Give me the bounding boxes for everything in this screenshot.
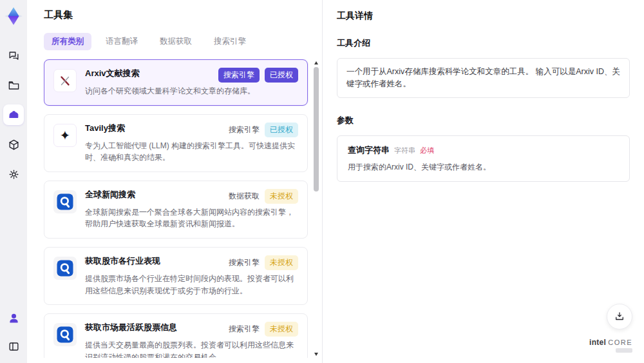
- param-type: 字符串: [394, 146, 415, 155]
- folder-icon: [8, 79, 20, 92]
- page-title: 工具集: [44, 9, 322, 21]
- tool-tags: 数据获取未授权: [229, 189, 298, 204]
- auth-badge: 未授权: [265, 189, 298, 204]
- sidebar-item-toolbox[interactable]: [3, 104, 24, 125]
- tool-tags: 搜索引擎已授权: [218, 68, 298, 83]
- tool-icon: [53, 190, 77, 213]
- news-q-logo-icon: [55, 325, 75, 344]
- param-card: 查询字符串 字符串 必填 用于搜索的Arxiv ID、关键字或作者姓名。: [337, 135, 630, 182]
- param-required-badge: 必填: [420, 146, 434, 155]
- news-q-logo-icon: [55, 192, 75, 211]
- download-button[interactable]: [607, 304, 632, 329]
- tool-name: 全球新闻搜索: [85, 189, 223, 201]
- tavily-star-icon: ✦: [60, 129, 71, 142]
- tool-detail-panel: 工具详情 工具介绍 一个用于从Arxiv存储库搜索科学论文和文章的工具。 输入可…: [322, 0, 644, 363]
- app-window: 工具集 所有类别语言翻译数据获取搜索引擎 Arxiv文献搜索 搜索引擎已授权 访…: [0, 0, 644, 363]
- tool-card-0[interactable]: Arxiv文献搜索 搜索引擎已授权 访问各个研究领域大量科学论文和文章的存储库。: [44, 59, 308, 106]
- tool-desc: 全球新闻搜索是一个聚合全球各大新闻网站内容的搜索引擎，帮助用户快速获取全球最新资…: [85, 206, 298, 230]
- tab-1[interactable]: 语言翻译: [98, 33, 146, 50]
- tool-tags: 搜索引擎未授权: [229, 322, 298, 337]
- tool-list-panel: 工具集 所有类别语言翻译数据获取搜索引擎 Arxiv文献搜索 搜索引擎已授权 访…: [27, 0, 322, 363]
- arxiv-logo-icon: [58, 74, 72, 88]
- tab-2[interactable]: 数据获取: [152, 33, 200, 50]
- auth-badge: 未授权: [265, 322, 298, 337]
- tool-desc: 提供股票市场各个行业在特定时间段内的表现。投资者可以利用这些信息来识别表现优于或…: [85, 273, 298, 297]
- sidebar-item-folder[interactable]: [3, 75, 24, 95]
- scrollbar[interactable]: [314, 59, 319, 358]
- user-icon: [8, 312, 20, 324]
- scrollbar-thumb[interactable]: [314, 67, 319, 191]
- sidebar-item-settings[interactable]: [3, 164, 24, 184]
- intro-heading: 工具介绍: [337, 37, 630, 49]
- tool-tags: 搜索引擎已授权: [229, 123, 298, 137]
- tab-0[interactable]: 所有类别: [44, 33, 91, 50]
- tool-name: Arxiv文献搜索: [85, 68, 213, 79]
- gear-icon: [8, 168, 20, 181]
- tool-card-1[interactable]: ✦ Tavily搜索 搜索引擎已授权 专为人工智能代理 (LLM) 构建的搜索引…: [44, 114, 308, 172]
- scroll-down-icon[interactable]: [314, 353, 318, 356]
- auth-badge: 未授权: [265, 255, 298, 270]
- category-badge: 搜索引擎: [229, 324, 260, 335]
- left-rail: [0, 0, 27, 363]
- tool-icon: [53, 69, 77, 92]
- tool-name: 获取市场最活跃股票信息: [85, 322, 223, 333]
- category-badge: 数据获取: [229, 191, 260, 202]
- tool-name: 获取股市各行业表现: [85, 255, 223, 267]
- sidebar-item-cube[interactable]: [3, 134, 24, 155]
- sidebar-item-panel-toggle[interactable]: [3, 336, 24, 357]
- intro-text: 一个用于从Arxiv存储库搜索科学论文和文章的工具。 输入可以是Arxiv ID…: [337, 58, 630, 98]
- tool-card-4[interactable]: 获取市场最活跃股票信息 搜索引擎未授权 提供当天交易量最高的股票列表。投资者可以…: [44, 313, 308, 358]
- tool-desc: 专为人工智能代理 (LLM) 构建的搜索引擎工具。可快速提供实时、准确和真实的结…: [85, 140, 298, 164]
- category-badge: 搜索引擎: [229, 124, 260, 135]
- tool-desc: 访问各个研究领域大量科学论文和文章的存储库。: [85, 85, 298, 97]
- category-badge: 搜索引擎: [229, 257, 260, 268]
- tab-3[interactable]: 搜索引擎: [206, 33, 254, 50]
- brand-sub-badge: [616, 348, 632, 353]
- chat-icon: [8, 50, 20, 62]
- tool-icon: [53, 323, 77, 346]
- sidebar-item-user[interactable]: [3, 308, 24, 328]
- tool-name: Tavily搜索: [85, 123, 223, 134]
- category-tabs: 所有类别语言翻译数据获取搜索引擎: [44, 33, 322, 50]
- brand-primary: intel: [589, 338, 606, 347]
- tool-card-2[interactable]: 全球新闻搜索 数据获取未授权 全球新闻搜索是一个聚合全球各大新闻网站内容的搜索引…: [44, 181, 308, 239]
- tool-list: Arxiv文献搜索 搜索引擎已授权 访问各个研究领域大量科学论文和文章的存储库。…: [44, 59, 308, 358]
- toolbox-icon: [8, 109, 20, 121]
- params-heading: 参数: [337, 115, 630, 126]
- download-icon: [614, 311, 625, 322]
- tool-desc: 提供当天交易量最高的股票列表。投资者可以利用这些信息来识别流动性强的股票和潜在的…: [85, 339, 298, 358]
- param-desc: 用于搜索的Arxiv ID、关键字或作者姓名。: [348, 161, 619, 173]
- intel-core-logo: intel CORE: [589, 338, 632, 353]
- tool-list-scroll-area: Arxiv文献搜索 搜索引擎已授权 访问各个研究领域大量科学论文和文章的存储库。…: [44, 59, 322, 358]
- sidebar-item-chat[interactable]: [3, 45, 24, 66]
- param-name: 查询字符串: [348, 144, 390, 156]
- auth-badge: 已授权: [265, 68, 298, 83]
- tool-card-3[interactable]: 获取股市各行业表现 搜索引擎未授权 提供股票市场各个行业在特定时间段内的表现。投…: [44, 247, 308, 305]
- tool-icon: [53, 257, 77, 280]
- cube-icon: [8, 139, 20, 151]
- app-logo-icon[interactable]: [3, 5, 24, 27]
- brand-secondary: CORE: [608, 338, 632, 346]
- news-q-logo-icon: [55, 259, 75, 278]
- scroll-up-icon[interactable]: [314, 61, 318, 64]
- tool-icon: ✦: [53, 124, 77, 147]
- detail-title: 工具详情: [337, 10, 630, 22]
- category-badge: 搜索引擎: [218, 68, 260, 83]
- tool-tags: 搜索引擎未授权: [229, 255, 298, 270]
- auth-badge: 已授权: [265, 123, 298, 137]
- panel-toggle-icon: [8, 340, 20, 353]
